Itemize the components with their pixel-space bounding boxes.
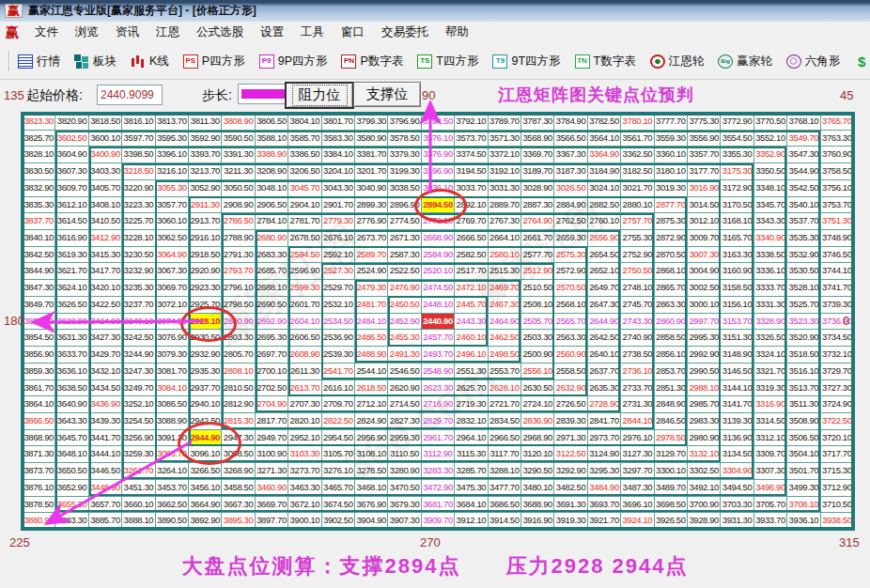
grid-cell: 3261.70 <box>122 463 154 479</box>
menu-item-9[interactable]: 交易委托 <box>373 22 437 43</box>
resistance-button[interactable]: 阻力位 <box>285 82 354 109</box>
grid-cell: 2628.10 <box>489 380 520 396</box>
grid-cell: 3242.50 <box>122 330 154 346</box>
toolbar-item[interactable]: $赢家服务 <box>851 52 870 71</box>
grid-cell: 3554.50 <box>721 131 753 147</box>
toolbar-item[interactable]: 行情 <box>15 52 63 71</box>
grid-cell: 3499.30 <box>787 480 819 496</box>
toolbar-item[interactable]: P99P四方形 <box>256 52 331 71</box>
toolbar-item[interactable]: PNP数字表 <box>338 52 406 71</box>
grid-cell: 2712.10 <box>355 396 387 412</box>
grid-cell: 3372.10 <box>489 147 520 162</box>
toolbar-item[interactable]: Big赢家轮 <box>715 52 775 71</box>
grid-cell: 3432.10 <box>89 364 121 379</box>
grid-cell: 3549.70 <box>787 131 819 147</box>
grid-cell: 2594.50 <box>288 247 320 263</box>
grid-cell: 2930.50 <box>189 330 221 346</box>
grid-cell: 3912.10 <box>455 513 487 529</box>
grid-cell: 3084.10 <box>156 380 188 396</box>
grid-cell: 2692.90 <box>256 314 287 330</box>
menu-item-2[interactable]: 浏览 <box>67 22 107 43</box>
menu-item-6[interactable]: 设置 <box>252 22 292 43</box>
grid-cell: 3002.50 <box>688 280 720 296</box>
grid-cell: 2973.70 <box>588 430 620 446</box>
grid-cell: 3254.50 <box>122 413 154 429</box>
grid-cell: 3292.90 <box>554 463 586 479</box>
grid-cell: 3487.30 <box>621 480 653 496</box>
toolbar-item[interactable]: TST四方形 <box>414 52 481 71</box>
grid-cell: 3050.50 <box>222 180 254 196</box>
grid-cell: 2760.10 <box>588 213 620 229</box>
grid-cell: 3160.90 <box>721 263 753 279</box>
angle-label-225: 225 <box>9 535 30 549</box>
grid-cell: 3444.10 <box>89 446 121 462</box>
grid-cell: 3448.90 <box>89 480 121 496</box>
grid-cell: 2748.10 <box>621 280 653 296</box>
grid-cell: 3679.30 <box>388 497 420 513</box>
grid-cell: 2476.90 <box>388 280 420 296</box>
menu-item-7[interactable]: 工具 <box>292 22 333 43</box>
menu-item-3[interactable]: 资讯 <box>107 22 148 43</box>
grid-cell: 3465.70 <box>322 480 354 496</box>
grid-cell: 3456.10 <box>189 480 221 496</box>
quotes-table-icon <box>18 54 33 69</box>
menu-item-1[interactable]: 文件 <box>26 22 67 43</box>
grid-cell: 3458.50 <box>222 480 254 496</box>
grid-cell: 2558.50 <box>554 364 586 379</box>
menu-item-8[interactable]: 窗口 <box>333 22 373 43</box>
grid-cell: 3079.30 <box>156 347 188 363</box>
grid-cell: 3331.30 <box>754 297 786 313</box>
grid-cell: 2462.50 <box>489 330 520 346</box>
grid-cell: 3223.30 <box>122 197 154 213</box>
grid-cell: 2937.70 <box>189 380 221 396</box>
grid-cell: 3285.70 <box>455 463 487 479</box>
start-price-input[interactable] <box>97 85 163 105</box>
support-button[interactable]: 支撑位 <box>353 82 421 107</box>
grid-cell: 2532.10 <box>322 297 354 313</box>
grid-cell: 2697.70 <box>256 347 287 363</box>
grid-cell: 3516.10 <box>787 364 819 379</box>
title-bar[interactable]: 赢 赢家江恩专业版[赢家服务平台] - [价格正方形] <box>0 0 870 22</box>
toolbar-item[interactable]: TNT数字表 <box>572 52 639 71</box>
grid-cell: 3110.50 <box>388 446 420 462</box>
toolbar-item[interactable]: ⬡六角形 <box>784 52 844 71</box>
grid-cell: 3088.90 <box>156 413 188 429</box>
toolbar-item[interactable]: PSP四方形 <box>180 52 248 71</box>
toolbar-item[interactable]: T99T四方形 <box>489 52 563 71</box>
grid-cell: 2822.50 <box>322 413 354 429</box>
menu-item-5[interactable]: 公式选股 <box>188 22 252 43</box>
grid-cell: 3384.10 <box>322 147 354 162</box>
grid-cell: 3408.10 <box>89 197 121 213</box>
grid-cell: 3146.50 <box>721 364 753 379</box>
toolbar-item-label: K线 <box>149 54 169 70</box>
grid-cell: 2961.70 <box>422 430 454 446</box>
grid-cell: 2776.90 <box>355 213 387 229</box>
grid-cell: 3847.30 <box>23 280 54 296</box>
grid-cell: 3616.90 <box>55 230 87 246</box>
grid-cell: 3686.50 <box>489 497 520 513</box>
toolbar-item-label: 行情 <box>37 54 60 70</box>
grid-cell: 3645.70 <box>55 430 87 446</box>
grid-cell: 2959.30 <box>388 430 420 446</box>
grid-cell: 2680.90 <box>256 230 287 246</box>
grid-cell: 3588.10 <box>256 131 287 147</box>
menu-item-10[interactable]: 帮助 <box>437 22 477 43</box>
grid-cell: 2980.90 <box>688 430 720 446</box>
grid-cell: 2954.50 <box>322 430 354 446</box>
grid-cell: 3004.90 <box>688 263 720 279</box>
status-summary: 大盘点位测算：支撑2894点 压力2928 2944点 <box>0 552 870 580</box>
grid-cell: 3770.50 <box>754 114 786 130</box>
grid-cell: 3883.30 <box>55 513 87 529</box>
toolbar-item[interactable]: 板块 <box>71 52 119 71</box>
grid-cell: 3552.10 <box>754 131 786 147</box>
menu-item-4[interactable]: 江恩 <box>148 22 188 43</box>
grid-cell: 3669.70 <box>256 497 287 513</box>
grid-cell: 3607.30 <box>55 163 87 179</box>
grid-cell: 3640.90 <box>55 396 87 412</box>
grid-cell: 3739.30 <box>821 297 853 313</box>
toolbar-item[interactable]: K线 <box>128 52 172 71</box>
grid-cell: 3441.70 <box>89 430 121 446</box>
grid-cell: 2544.10 <box>355 364 387 379</box>
toolbar-item[interactable]: 江恩轮 <box>647 52 707 71</box>
grid-cell: 2474.50 <box>422 280 454 296</box>
